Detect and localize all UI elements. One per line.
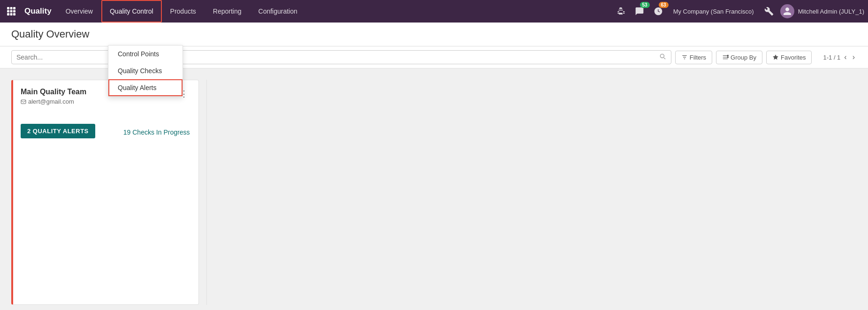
clock-icon-btn[interactable]: 63 [651,4,666,19]
dropdown-quality-checks[interactable]: Quality Checks [108,62,183,79]
quality-team-card: Main Quality Team alert@gmail.com ⋮ 2 QU… [11,80,199,305]
svg-rect-7 [10,13,13,15]
svg-rect-1 [10,7,13,9]
page-title: Quality Overview [11,28,89,40]
quality-alerts-button[interactable]: 2 QUALITY ALERTS [21,124,95,138]
dropdown-quality-alerts[interactable]: Quality Alerts [108,79,183,96]
empty-right-panel [206,80,857,305]
svg-rect-8 [13,13,15,15]
brand-label[interactable]: Quality [21,7,55,16]
clock-badge: 63 [659,2,669,8]
favorites-button[interactable]: Favorites [766,51,812,64]
svg-rect-6 [7,13,9,15]
pagination: 1-1 / 1 ‹ › [823,52,857,62]
svg-point-13 [727,57,728,58]
nav-right-section: 53 63 My Company (San Francisco) Mitchel… [613,4,864,19]
search-icon [659,53,666,62]
nav-products[interactable]: Products [162,0,205,23]
main-nav-menu: Overview Quality Control Products Report… [57,0,611,23]
checks-in-progress-link[interactable]: 19 Checks In Progress [123,129,190,136]
pagination-next[interactable]: › [851,52,857,62]
page-header: Quality Overview [0,23,868,46]
pagination-text: 1-1 / 1 [823,54,840,61]
top-navbar: Quality Overview Quality Control Product… [0,0,868,23]
apps-grid-icon[interactable] [4,4,19,19]
dropdown-menu-container: Control Points Quality Checks Quality Al… [108,45,183,97]
content-area: Main Quality Team alert@gmail.com ⋮ 2 QU… [0,68,868,310]
card-title-section: Main Quality Team alert@gmail.com [21,88,86,105]
nav-reporting[interactable]: Reporting [205,0,250,23]
svg-rect-0 [7,7,9,9]
nav-quality-control[interactable]: Quality Control [101,0,162,23]
card-title: Main Quality Team [21,88,86,96]
svg-rect-4 [10,10,13,13]
svg-point-12 [727,55,728,56]
card-email: alert@gmail.com [21,98,86,105]
groupby-button[interactable]: Group By [716,51,762,64]
chat-badge: 53 [640,2,650,8]
username-label[interactable]: Mitchell Admin (JULY_1) [798,8,864,15]
nav-configuration[interactable]: Configuration [250,0,306,23]
bug-icon-btn[interactable] [613,4,628,19]
chat-icon-btn[interactable]: 53 [632,4,647,19]
svg-rect-5 [13,10,15,13]
svg-rect-14 [21,100,26,104]
svg-rect-2 [13,7,15,9]
svg-rect-3 [7,10,9,13]
dropdown-control-points[interactable]: Control Points [108,45,183,62]
pagination-prev[interactable]: ‹ [842,52,848,62]
filters-button[interactable]: Filters [675,51,712,64]
card-actions-row: 2 QUALITY ALERTS 19 Checks In Progress [21,114,191,138]
settings-wrench-icon[interactable] [761,4,777,19]
company-label[interactable]: My Company (San Francisco) [670,8,758,15]
nav-overview[interactable]: Overview [57,0,101,23]
user-avatar[interactable] [780,4,794,18]
